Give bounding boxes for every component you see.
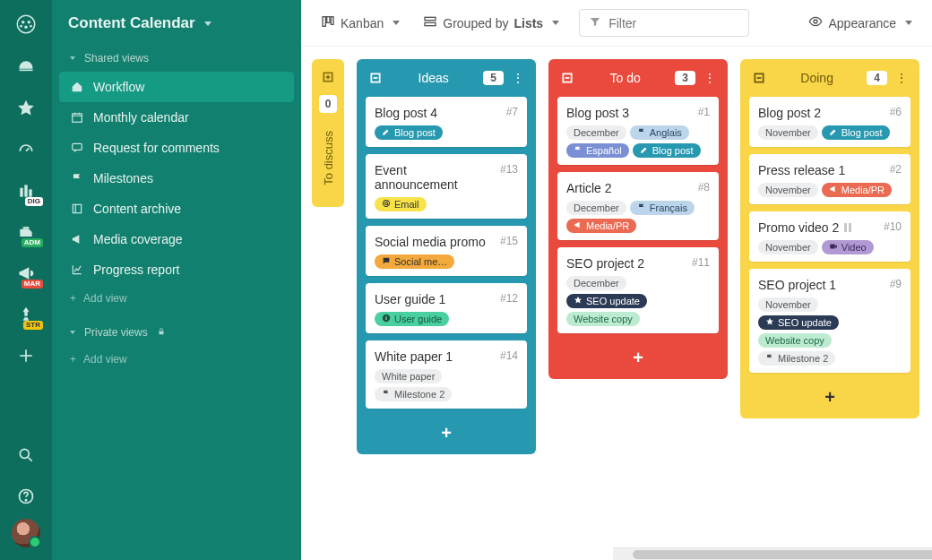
collapse-icon[interactable] [559, 70, 575, 86]
card-number: #13 [500, 163, 518, 176]
star-icon [574, 296, 582, 306]
nav-search-icon[interactable] [7, 436, 45, 474]
tag-label: Blog post [841, 127, 883, 138]
tag-label: November [765, 127, 811, 138]
card-title: Blog post 4 [375, 106, 437, 120]
card-tags: Blog post [375, 125, 518, 140]
chart-icon [70, 263, 84, 276]
grouped-by-dropdown[interactable]: Grouped by Lists [419, 9, 563, 37]
add-card-button[interactable]: + [749, 380, 910, 409]
tag: Blog post [375, 125, 443, 140]
card-title: Social media promo [375, 235, 486, 249]
card-tags: DecemberFrançaisMedia/PR [566, 201, 710, 233]
board-title-dropdown[interactable]: Content Calendar [52, 0, 301, 45]
card-title: Promo video 2 [758, 220, 839, 235]
sidebar-item-monthly-calendar[interactable]: Monthly calendar [59, 102, 294, 133]
sidebar-item-content-archive[interactable]: Content archive [59, 194, 294, 224]
add-card-button[interactable]: + [557, 340, 719, 370]
card-tags: NovemberVideo [758, 240, 902, 254]
column-title: To discuss [322, 122, 335, 194]
card[interactable]: SEO project 2#11DecemberSEO updateWebsit… [557, 247, 719, 333]
card-tags: Email [375, 197, 518, 211]
card[interactable]: User guide 1#12User guide [366, 283, 527, 333]
eye-icon [808, 14, 823, 31]
pencil-icon [829, 127, 838, 138]
card-number: #7 [506, 106, 518, 118]
add-view-shared[interactable]: +Add view [59, 285, 294, 312]
tag-label: December [574, 127, 619, 138]
collapse-icon[interactable] [367, 70, 384, 86]
nav-help-icon[interactable] [7, 478, 45, 515]
sidebar-item-media-coverage[interactable]: Media coverage [59, 224, 294, 254]
column-menu-icon[interactable]: ⋮ [703, 71, 717, 85]
card-tags: NovemberMedia/PR [758, 183, 902, 197]
svg-rect-16 [159, 332, 163, 335]
sidebar-item-label: Monthly calendar [93, 110, 189, 125]
filter-input[interactable] [608, 16, 765, 30]
card[interactable]: Promo video 2#10NovemberVideo [749, 211, 910, 262]
sidebar-item-rfc[interactable]: Request for comments [59, 133, 294, 163]
tag-label: Milestone 2 [394, 389, 444, 400]
nav-dashboard-icon[interactable] [7, 48, 45, 86]
card-tags: NovemberSEO updateWebsite copyMilestone … [758, 297, 902, 366]
nav-dig-icon[interactable]: DIG [7, 172, 45, 210]
horizontal-scrollbar[interactable] [613, 547, 932, 560]
nav-mar-icon[interactable]: MAR [7, 254, 45, 292]
column-count: 0 [319, 95, 337, 113]
card-number: #8 [698, 181, 710, 194]
at-icon [382, 199, 391, 210]
nav-add-icon[interactable] [7, 337, 45, 375]
card-title: White paper 1 [375, 349, 453, 364]
card-number: #14 [500, 349, 518, 362]
user-avatar[interactable] [12, 519, 40, 547]
tag-label: Media/PR [841, 185, 885, 195]
column-title: Doing [774, 71, 859, 85]
card[interactable]: Social media promo#15Social me… [366, 226, 527, 276]
tag: November [758, 240, 818, 254]
card-tags: DecemberSEO updateWebsite copy [566, 276, 710, 326]
filter-input-wrapper[interactable] [579, 9, 749, 37]
column-menu-icon[interactable]: ⋮ [894, 71, 909, 85]
tag-label: December [574, 278, 619, 289]
card[interactable]: White paper 1#14White paperMilestone 2 [366, 340, 527, 409]
nav-str-icon[interactable]: STR [7, 296, 45, 333]
add-card-button[interactable]: + [366, 416, 527, 445]
card[interactable]: Blog post 2#6NovemberBlog post [749, 97, 910, 147]
tag-label: November [765, 299, 811, 310]
scrollbar-thumb[interactable] [633, 550, 932, 559]
tag: Media/PR [566, 219, 636, 233]
sidebar-item-label: Milestones [93, 171, 153, 185]
tag: Milestone 2 [758, 351, 835, 366]
card[interactable]: Event announcement#13Email [366, 154, 527, 219]
sidebar-item-workflow[interactable]: Workflow [59, 72, 294, 102]
nav-gauge-icon[interactable] [7, 131, 45, 168]
sidebar-item-milestones[interactable]: Milestones [59, 163, 294, 194]
app-logo[interactable] [13, 11, 39, 38]
svg-rect-17 [323, 17, 325, 27]
shared-views-heading[interactable]: Shared views [59, 45, 294, 72]
column-collapsed-to-discuss[interactable]: 0To discuss [312, 59, 344, 207]
card[interactable]: Blog post 3#1DecemberAnglaisEspañolBlog … [557, 97, 719, 165]
collapse-icon[interactable] [751, 70, 767, 86]
column-to-do: To do3⋮Blog post 3#1DecemberAnglaisEspañ… [548, 59, 728, 379]
tag-label: Video [841, 242, 867, 253]
view-mode-dropdown[interactable]: Kanban [317, 9, 403, 37]
card[interactable]: SEO project 1#9NovemberSEO updateWebsite… [749, 269, 910, 373]
svg-point-2 [28, 21, 30, 23]
card[interactable]: Press release 1#2NovemberMedia/PR [749, 154, 910, 204]
pause-icon [844, 223, 851, 232]
expand-icon[interactable] [319, 68, 337, 86]
private-views-heading[interactable]: Private views [59, 319, 294, 346]
column-menu-icon[interactable]: ⋮ [511, 71, 525, 85]
card[interactable]: Blog post 4#7Blog post [366, 97, 527, 147]
sidebar-item-label: Workflow [93, 80, 144, 94]
card-number: #12 [500, 292, 518, 305]
nav-adm-icon[interactable]: ADM [7, 213, 45, 251]
tag-label: Social me… [394, 256, 447, 267]
sidebar-item-progress-report[interactable]: Progress report [59, 254, 294, 285]
add-view-private[interactable]: +Add view [59, 346, 294, 373]
appearance-dropdown[interactable]: Appearance [805, 9, 916, 37]
bullhorn-icon [829, 185, 838, 195]
card[interactable]: Article 2#8DecemberFrançaisMedia/PR [557, 172, 719, 240]
nav-favorites-icon[interactable] [7, 90, 45, 127]
